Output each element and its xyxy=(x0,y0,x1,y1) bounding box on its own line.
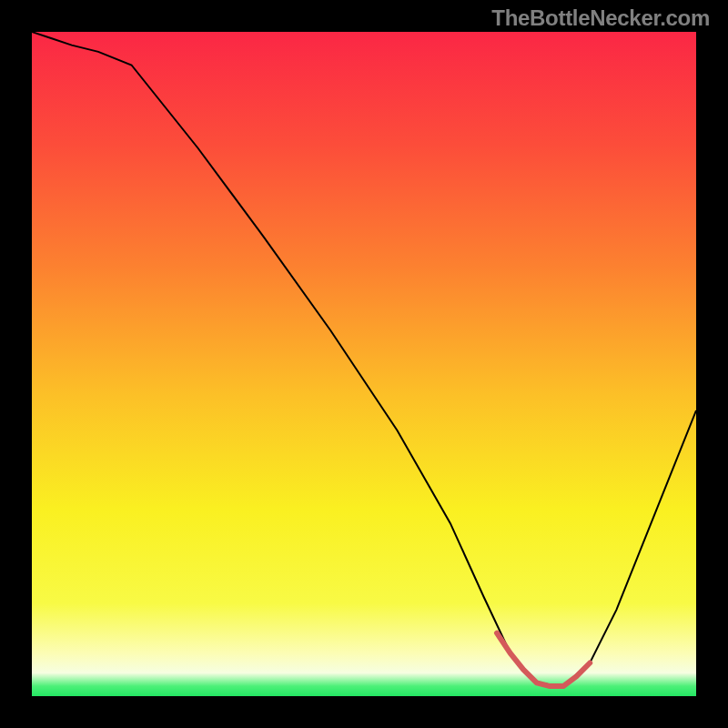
chart-container: TheBottleNecker.com xyxy=(0,0,728,728)
watermark-text: TheBottleNecker.com xyxy=(491,5,710,31)
chart-svg xyxy=(32,32,696,696)
gradient-background xyxy=(32,32,696,696)
chart-plot-area xyxy=(32,32,696,696)
